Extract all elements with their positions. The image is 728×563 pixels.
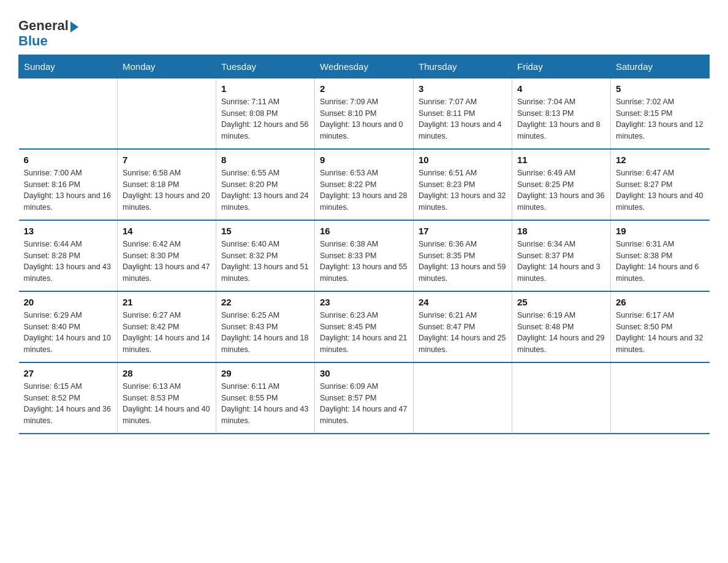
day-info: Sunrise: 6:53 AMSunset: 8:22 PMDaylight:… <box>320 167 408 213</box>
day-number: 27 <box>24 368 113 378</box>
day-info: Sunrise: 7:07 AMSunset: 8:11 PMDaylight:… <box>419 96 507 142</box>
calendar-cell: 24Sunrise: 6:21 AMSunset: 8:47 PMDayligh… <box>414 291 512 362</box>
calendar-cell: 30Sunrise: 6:09 AMSunset: 8:57 PMDayligh… <box>315 362 414 434</box>
day-info: Sunrise: 6:55 AMSunset: 8:20 PMDaylight:… <box>221 167 309 213</box>
day-header-thursday: Thursday <box>414 55 512 78</box>
calendar-cell <box>611 362 710 434</box>
day-number: 2 <box>320 83 408 94</box>
day-info: Sunrise: 6:42 AMSunset: 8:30 PMDaylight:… <box>123 239 211 285</box>
day-info: Sunrise: 6:19 AMSunset: 8:48 PMDaylight:… <box>517 310 605 356</box>
day-info: Sunrise: 7:11 AMSunset: 8:08 PMDaylight:… <box>221 96 309 142</box>
day-info: Sunrise: 6:23 AMSunset: 8:45 PMDaylight:… <box>320 310 408 356</box>
calendar-cell: 26Sunrise: 6:17 AMSunset: 8:50 PMDayligh… <box>611 291 710 362</box>
calendar-cell <box>19 78 118 149</box>
day-number: 24 <box>419 297 507 307</box>
day-number: 17 <box>419 226 507 236</box>
day-number: 15 <box>221 226 309 236</box>
day-number: 6 <box>24 155 113 165</box>
calendar-cell: 25Sunrise: 6:19 AMSunset: 8:48 PMDayligh… <box>512 291 611 362</box>
day-number: 19 <box>616 226 705 236</box>
calendar-cell: 19Sunrise: 6:31 AMSunset: 8:38 PMDayligh… <box>611 220 710 291</box>
calendar-cell: 23Sunrise: 6:23 AMSunset: 8:45 PMDayligh… <box>315 291 414 362</box>
day-info: Sunrise: 7:02 AMSunset: 8:15 PMDaylight:… <box>616 96 705 142</box>
calendar-cell: 20Sunrise: 6:29 AMSunset: 8:40 PMDayligh… <box>19 291 118 362</box>
calendar-cell: 28Sunrise: 6:13 AMSunset: 8:53 PMDayligh… <box>118 362 216 434</box>
day-info: Sunrise: 6:58 AMSunset: 8:18 PMDaylight:… <box>123 167 211 213</box>
calendar-cell <box>118 78 216 149</box>
calendar-cell: 10Sunrise: 6:51 AMSunset: 8:23 PMDayligh… <box>414 149 512 220</box>
day-number: 3 <box>419 83 507 94</box>
calendar-week-row: 6Sunrise: 7:00 AMSunset: 8:16 PMDaylight… <box>19 149 710 220</box>
calendar-cell: 9Sunrise: 6:53 AMSunset: 8:22 PMDaylight… <box>315 149 414 220</box>
calendar-week-row: 20Sunrise: 6:29 AMSunset: 8:40 PMDayligh… <box>19 291 710 362</box>
logo: General Blue <box>18 12 78 48</box>
day-info: Sunrise: 7:00 AMSunset: 8:16 PMDaylight:… <box>24 167 113 213</box>
day-number: 30 <box>320 368 408 378</box>
day-info: Sunrise: 6:11 AMSunset: 8:55 PMDaylight:… <box>221 381 309 427</box>
calendar-body: 1Sunrise: 7:11 AMSunset: 8:08 PMDaylight… <box>19 78 710 434</box>
calendar-cell: 7Sunrise: 6:58 AMSunset: 8:18 PMDaylight… <box>118 149 216 220</box>
calendar-cell: 3Sunrise: 7:07 AMSunset: 8:11 PMDaylight… <box>414 78 512 149</box>
logo-general: General <box>18 18 69 33</box>
day-number: 21 <box>123 297 211 307</box>
logo-text-block: General Blue <box>18 18 78 48</box>
calendar-cell: 6Sunrise: 7:00 AMSunset: 8:16 PMDaylight… <box>19 149 118 220</box>
day-info: Sunrise: 6:49 AMSunset: 8:25 PMDaylight:… <box>517 167 605 213</box>
calendar-cell: 22Sunrise: 6:25 AMSunset: 8:43 PMDayligh… <box>216 291 315 362</box>
day-number: 26 <box>616 297 705 307</box>
day-info: Sunrise: 6:15 AMSunset: 8:52 PMDaylight:… <box>24 381 113 427</box>
day-info: Sunrise: 6:31 AMSunset: 8:38 PMDaylight:… <box>616 239 705 285</box>
day-number: 5 <box>616 83 705 94</box>
calendar-cell: 17Sunrise: 6:36 AMSunset: 8:35 PMDayligh… <box>414 220 512 291</box>
day-number: 29 <box>221 368 309 378</box>
calendar-cell: 12Sunrise: 6:47 AMSunset: 8:27 PMDayligh… <box>611 149 710 220</box>
day-info: Sunrise: 6:40 AMSunset: 8:32 PMDaylight:… <box>221 239 309 285</box>
day-header-wednesday: Wednesday <box>315 55 414 78</box>
day-header-saturday: Saturday <box>611 55 710 78</box>
day-number: 12 <box>616 155 705 165</box>
day-info: Sunrise: 6:29 AMSunset: 8:40 PMDaylight:… <box>24 310 113 356</box>
calendar-cell: 2Sunrise: 7:09 AMSunset: 8:10 PMDaylight… <box>315 78 414 149</box>
day-info: Sunrise: 6:17 AMSunset: 8:50 PMDaylight:… <box>616 310 705 356</box>
day-number: 14 <box>123 226 211 236</box>
day-info: Sunrise: 6:25 AMSunset: 8:43 PMDaylight:… <box>221 310 309 356</box>
day-number: 4 <box>517 83 605 94</box>
calendar-cell: 14Sunrise: 6:42 AMSunset: 8:30 PMDayligh… <box>118 220 216 291</box>
day-info: Sunrise: 6:21 AMSunset: 8:47 PMDaylight:… <box>419 310 507 356</box>
logo-blue: Blue <box>18 33 48 48</box>
day-info: Sunrise: 6:13 AMSunset: 8:53 PMDaylight:… <box>123 381 211 427</box>
day-info: Sunrise: 6:09 AMSunset: 8:57 PMDaylight:… <box>320 381 408 427</box>
calendar-cell <box>414 362 512 434</box>
calendar-cell: 1Sunrise: 7:11 AMSunset: 8:08 PMDaylight… <box>216 78 315 149</box>
day-number: 7 <box>123 155 211 165</box>
calendar-cell: 15Sunrise: 6:40 AMSunset: 8:32 PMDayligh… <box>216 220 315 291</box>
calendar-table: SundayMondayTuesdayWednesdayThursdayFrid… <box>18 55 710 434</box>
calendar-cell: 8Sunrise: 6:55 AMSunset: 8:20 PMDaylight… <box>216 149 315 220</box>
day-number: 13 <box>24 226 113 236</box>
page-header: General Blue <box>18 12 710 48</box>
day-info: Sunrise: 6:51 AMSunset: 8:23 PMDaylight:… <box>419 167 507 213</box>
logo-arrow-icon <box>70 21 78 33</box>
day-info: Sunrise: 7:04 AMSunset: 8:13 PMDaylight:… <box>517 96 605 142</box>
day-number: 28 <box>123 368 211 378</box>
calendar-cell: 27Sunrise: 6:15 AMSunset: 8:52 PMDayligh… <box>19 362 118 434</box>
calendar-cell: 4Sunrise: 7:04 AMSunset: 8:13 PMDaylight… <box>512 78 611 149</box>
calendar-header: SundayMondayTuesdayWednesdayThursdayFrid… <box>19 55 710 78</box>
calendar-week-row: 1Sunrise: 7:11 AMSunset: 8:08 PMDaylight… <box>19 78 710 149</box>
calendar-cell: 18Sunrise: 6:34 AMSunset: 8:37 PMDayligh… <box>512 220 611 291</box>
day-info: Sunrise: 6:47 AMSunset: 8:27 PMDaylight:… <box>616 167 705 213</box>
day-header-monday: Monday <box>118 55 216 78</box>
day-header-tuesday: Tuesday <box>216 55 315 78</box>
calendar-cell: 16Sunrise: 6:38 AMSunset: 8:33 PMDayligh… <box>315 220 414 291</box>
day-number: 23 <box>320 297 408 307</box>
calendar-cell: 13Sunrise: 6:44 AMSunset: 8:28 PMDayligh… <box>19 220 118 291</box>
calendar-week-row: 13Sunrise: 6:44 AMSunset: 8:28 PMDayligh… <box>19 220 710 291</box>
days-header-row: SundayMondayTuesdayWednesdayThursdayFrid… <box>19 55 710 78</box>
calendar-cell: 21Sunrise: 6:27 AMSunset: 8:42 PMDayligh… <box>118 291 216 362</box>
day-number: 22 <box>221 297 309 307</box>
day-number: 16 <box>320 226 408 236</box>
day-info: Sunrise: 6:34 AMSunset: 8:37 PMDaylight:… <box>517 239 605 285</box>
day-number: 9 <box>320 155 408 165</box>
day-info: Sunrise: 7:09 AMSunset: 8:10 PMDaylight:… <box>320 96 408 142</box>
day-info: Sunrise: 6:38 AMSunset: 8:33 PMDaylight:… <box>320 239 408 285</box>
